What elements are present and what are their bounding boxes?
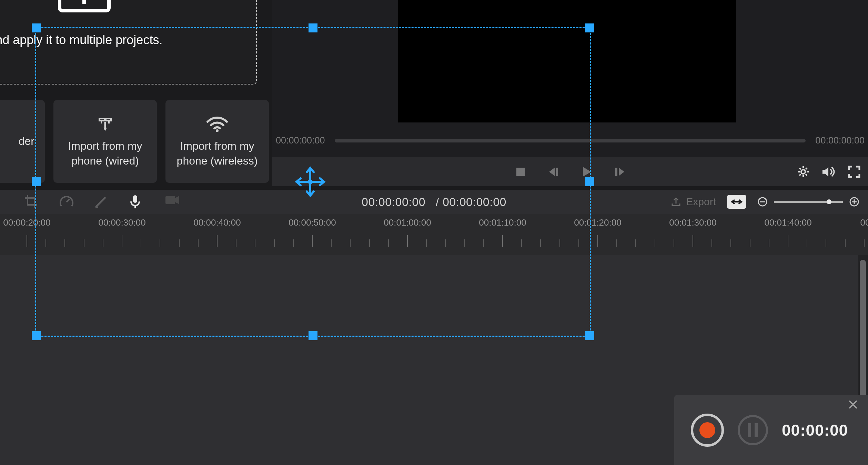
svg-rect-11 [556,168,558,176]
svg-point-8 [216,129,219,132]
ruler-tick-minor [84,239,84,247]
fullscreen-icon[interactable] [847,165,861,179]
ruler-tick-label: 00:01:30:00 [669,217,716,228]
ruler-tick-label: 00:01:10:00 [479,217,526,228]
ruler-tick-major [217,235,218,247]
ruler-tick-minor [750,239,750,247]
resize-handle-bottom-left[interactable] [32,331,41,340]
record-button[interactable] [691,414,724,447]
import-wireless-label: Import from my phone (wireless) [177,139,258,168]
ruler-tick-minor [540,239,541,247]
resize-handle-mid-left[interactable] [32,177,41,186]
play-button[interactable] [581,166,593,178]
import-phone-wireless-button[interactable]: Import from my phone (wireless) [165,100,269,183]
ruler-tick-minor [64,239,65,247]
zoom-slider-thumb[interactable] [827,199,831,204]
stop-button[interactable] [514,166,527,178]
svg-marker-10 [549,168,555,176]
ruler-tick-major [27,235,27,247]
resize-handle-bottom-right[interactable] [585,331,594,340]
record-panel: ✕ 00:00:00 [674,395,868,465]
crop-tool-icon[interactable] [24,195,39,209]
ruler-tick-minor [426,239,427,247]
resize-handle-top-mid[interactable] [309,23,317,32]
progress-slider[interactable] [335,139,806,142]
ruler-tick-minor [103,239,103,247]
resize-handle-top-right[interactable] [585,23,594,32]
ruler-tick-label: 00:00:30:00 [98,217,145,228]
ruler-tick-major [693,235,693,247]
export-icon [671,197,681,207]
ruler-tick-minor [730,239,731,247]
zoom-slider[interactable] [774,201,843,203]
ruler-tick-minor [864,239,865,247]
resize-handle-mid-right[interactable] [585,177,594,186]
color-tool-icon[interactable] [94,195,109,209]
ruler-tick-minor [807,239,807,247]
ruler-tick-label: 00:00:40:00 [193,217,241,228]
ruler-tick-minor [46,239,46,247]
voiceover-mic-icon[interactable] [130,195,144,209]
svg-point-15 [801,170,805,174]
ruler-tick-minor [331,239,332,247]
gear-icon[interactable] [796,165,810,179]
webcam-tool-icon[interactable] [165,195,179,209]
frame-forward-button[interactable] [614,166,626,178]
ruler-tick-minor [655,239,655,247]
zoom-out-button[interactable] [757,197,768,207]
timeline-ruler[interactable]: 00:00:20:0000:00:30:0000:00:40:0000:00:5… [0,214,868,255]
svg-line-20 [799,168,801,169]
resize-handle-top-left[interactable] [32,23,41,32]
ruler-tick-label: 00 [860,217,868,228]
ruler-tick-minor [388,239,389,247]
ruler-tick-label: 00:01:40:00 [764,217,811,228]
ruler-tick-minor [464,239,465,247]
ruler-tick-major [312,235,313,247]
export-button[interactable]: Export [671,196,716,208]
fit-timeline-button[interactable] [727,195,746,209]
progress-time-current: 00:00:00:00 [276,135,325,146]
wifi-icon [206,115,228,133]
svg-rect-28 [165,196,175,204]
ruler-tick-minor [198,239,199,247]
phone-wired-icon [96,115,114,133]
import-folder-label: der [19,134,34,149]
svg-line-22 [806,168,807,169]
progress-time-total: 00:00:00:00 [815,135,865,146]
frame-back-button[interactable] [547,166,560,178]
timeline-zoom-control [757,197,859,207]
svg-marker-24 [822,167,828,176]
svg-line-25 [67,199,70,202]
record-pause-button[interactable] [738,415,768,445]
record-close-button[interactable]: ✕ [847,400,859,409]
timeline-toolbar: 00:00:00:00 / 00:00:00:00 Export [0,190,868,214]
resize-handle-bottom-mid[interactable] [309,331,317,340]
ruler-tick-major [788,235,788,247]
timeline-playhead-counter: 00:00:00:00 / 00:00:00:00 [362,195,506,209]
ruler-tick-major [597,235,598,247]
export-label: Export [686,196,716,208]
ruler-tick-minor [179,239,180,247]
ruler-tick-minor [826,239,826,247]
speed-tool-icon[interactable] [59,195,74,209]
tracks-scrollbar[interactable] [860,260,866,401]
ruler-tick-label: 00:01:00:00 [384,217,431,228]
import-phone-wired-button[interactable]: Import from my phone (wired) [53,100,157,183]
preview-progress-row: 00:00:00:00 00:00:00:00 [272,124,868,157]
preview-video-area [398,0,736,122]
ruler-tick-minor [711,239,712,247]
import-from-folder-button[interactable]: der [0,100,45,183]
zoom-in-button[interactable] [849,197,859,207]
dropzone-hint-text: edia here and apply it to multiple proje… [0,33,162,47]
volume-icon[interactable] [822,165,836,179]
ruler-tick-label: 00:00:50:00 [289,217,336,228]
ruler-tick-minor [445,239,446,247]
media-dropzone[interactable]: edia here and apply it to multiple proje… [0,0,257,85]
import-buttons-row: der Import from my phone (wired) Import … [0,100,269,183]
ruler-tick-minor [293,239,294,247]
ruler-tick-minor [521,239,522,247]
svg-line-23 [799,174,801,176]
ruler-tick-minor [274,239,275,247]
svg-marker-12 [583,167,591,177]
ruler-tick-minor [845,239,846,247]
